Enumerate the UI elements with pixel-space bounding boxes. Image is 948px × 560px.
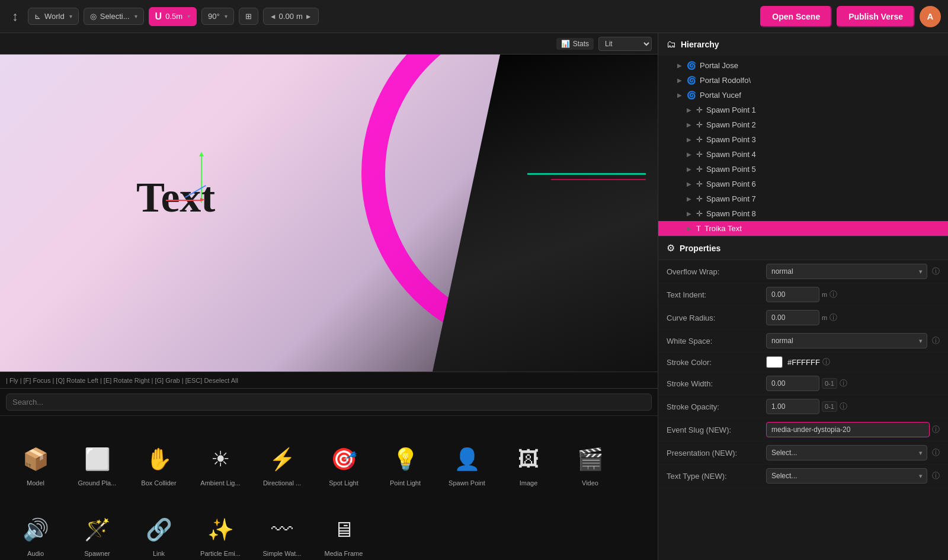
item-label: Portal Yucef xyxy=(700,91,741,100)
prop-select-9[interactable]: Select... xyxy=(766,468,927,484)
expand-arrow[interactable]: ▶ xyxy=(687,107,691,113)
hierarchy-item-6[interactable]: ▶ ✛ Spawn Point 4 xyxy=(658,147,948,162)
expand-arrow[interactable]: ▶ xyxy=(687,121,691,128)
item-type-icon: 🌀 xyxy=(687,61,696,70)
prop-select-wrap: Select... xyxy=(766,468,927,484)
expand-arrow[interactable]: ▶ xyxy=(677,77,682,84)
expand-arrow[interactable]: ▶ xyxy=(687,151,691,158)
properties-title: Properties xyxy=(680,244,720,253)
asset-icon: ✨ xyxy=(204,513,237,546)
asset-item-particle-emi---[interactable]: ✨ Particle Emi... xyxy=(191,492,250,560)
hierarchy-item-0[interactable]: ▶ 🌀 Portal Jose xyxy=(658,58,948,73)
hierarchy-item-8[interactable]: ▶ ✛ Spawn Point 6 xyxy=(658,177,948,191)
search-input[interactable] xyxy=(6,393,652,411)
angle-button[interactable]: 90° ▾ xyxy=(201,8,234,25)
prop-info-icon[interactable]: ⓘ xyxy=(932,335,940,346)
asset-item-simple-wat---[interactable]: 〰 Simple Wat... xyxy=(252,492,312,560)
prop-number-input-5[interactable] xyxy=(766,376,819,391)
prop-row-0: Overflow Wrap: normalbreak-wordanywhere … xyxy=(658,260,948,283)
text-element[interactable]: Text xyxy=(136,173,215,222)
prop-color-swatch[interactable] xyxy=(766,356,783,368)
lit-select[interactable]: Lit Unlit Wireframe xyxy=(598,37,652,51)
prop-number-input-2[interactable] xyxy=(766,310,819,325)
asset-item-model[interactable]: 📦 Model xyxy=(6,422,65,490)
prop-row-5: Stroke Width: 0-1 ⓘ xyxy=(658,372,948,395)
asset-icon: 🔊 xyxy=(19,513,52,546)
hierarchy-item-2[interactable]: ▶ 🌀 Portal Yucef xyxy=(658,88,948,103)
hierarchy-item-4[interactable]: ▶ ✛ Spawn Point 2 xyxy=(658,117,948,132)
expand-arrow[interactable]: ▶ xyxy=(687,210,691,217)
asset-icon: 🖼 xyxy=(512,443,545,476)
target-icon: ◎ xyxy=(90,12,97,21)
lit-select-wrap[interactable]: Lit Unlit Wireframe xyxy=(598,37,652,51)
asset-icon: ☀ xyxy=(204,443,237,476)
asset-item-point-light[interactable]: 💡 Point Light xyxy=(376,422,435,490)
asset-icon: 🖥 xyxy=(327,513,360,546)
prop-info-icon[interactable]: ⓘ xyxy=(840,401,847,412)
hierarchy-item-10[interactable]: ▶ ✛ Spawn Point 8 xyxy=(658,206,948,221)
hierarchy-item-9[interactable]: ▶ ✛ Spawn Point 7 xyxy=(658,191,948,206)
asset-item-media-frame[interactable]: 🖥 Media Frame xyxy=(314,492,373,560)
logo-button[interactable]: U 0.5m ▾ xyxy=(149,7,197,26)
selection-mode-button[interactable]: ◎ Selecti... ▾ xyxy=(84,8,144,25)
open-scene-button[interactable]: Open Scene xyxy=(760,6,832,27)
asset-search-bar xyxy=(0,389,658,416)
hierarchy-item-5[interactable]: ▶ ✛ Spawn Point 3 xyxy=(658,132,948,147)
prop-select-0[interactable]: normalbreak-wordanywhere xyxy=(766,264,927,279)
item-label: Troika Text xyxy=(704,224,742,233)
prop-number-input-6[interactable] xyxy=(766,399,819,414)
item-type-icon: ✛ xyxy=(696,150,703,159)
asset-item-spawner[interactable]: 🪄 Spawner xyxy=(68,492,127,560)
transform-mode-button[interactable]: ⊾ World ▾ xyxy=(28,8,79,25)
asset-icon: 🪄 xyxy=(81,513,114,546)
prop-number-input-1[interactable] xyxy=(766,287,819,302)
asset-item-ambient-lig---[interactable]: ☀ Ambient Lig... xyxy=(191,422,250,490)
expand-arrow[interactable]: ▶ xyxy=(677,92,682,98)
expand-arrow[interactable]: ▶ xyxy=(687,181,691,187)
asset-item-link[interactable]: 🔗 Link xyxy=(129,492,188,560)
asset-label: Image xyxy=(502,479,555,487)
asset-item-directional----[interactable]: ⚡ Directional ... xyxy=(252,422,312,490)
prop-row-4: Stroke Color: #FFFFFF ⓘ xyxy=(658,353,948,372)
asset-icon: 🔗 xyxy=(142,513,175,546)
asset-item-spawn-point[interactable]: 👤 Spawn Point xyxy=(437,422,497,490)
prop-info-icon[interactable]: ⓘ xyxy=(822,357,830,367)
publish-verse-button[interactable]: Publish Verse xyxy=(837,6,915,27)
hierarchy-item-1[interactable]: ▶ 🌀 Portal Rodolfo\ xyxy=(658,73,948,88)
asset-label: Link xyxy=(132,550,185,557)
coord-left-arrow[interactable]: ◄ xyxy=(270,12,277,21)
viewport[interactable]: Text xyxy=(0,55,658,372)
expand-arrow[interactable]: ▶ xyxy=(687,196,691,202)
prop-info-icon[interactable]: ⓘ xyxy=(932,471,940,481)
prop-info-icon[interactable]: ⓘ xyxy=(932,424,940,435)
expand-arrow[interactable]: ▶ xyxy=(677,62,682,69)
grid-button[interactable]: ⊞ xyxy=(239,8,258,25)
prop-select-8[interactable]: Select... xyxy=(766,445,927,460)
asset-item-image[interactable]: 🖼 Image xyxy=(499,422,558,490)
stats-button[interactable]: 📊 Stats xyxy=(556,38,594,50)
hierarchy-item-11[interactable]: ▶ T Troika Text xyxy=(658,221,948,236)
expand-arrow[interactable]: ▶ xyxy=(687,136,691,143)
expand-arrow[interactable]: ▶ xyxy=(687,166,691,172)
properties-icon: ⚙ xyxy=(667,242,675,254)
asset-item-box-collider[interactable]: ✋ Box Collider xyxy=(129,422,188,490)
coord-value: 0.00 xyxy=(279,12,294,21)
avatar[interactable]: A xyxy=(920,6,941,27)
prop-select-3[interactable]: normalnowrappre xyxy=(766,333,927,348)
prop-info-icon[interactable]: ⓘ xyxy=(830,289,837,300)
selection-caret-icon: ▾ xyxy=(134,13,137,20)
asset-item-ground-pla---[interactable]: ⬜ Ground Pla... xyxy=(68,422,127,490)
coord-right-arrow[interactable]: ► xyxy=(305,12,312,21)
selection-label: Selecti... xyxy=(100,12,130,21)
prop-info-icon[interactable]: ⓘ xyxy=(840,378,847,389)
prop-info-icon[interactable]: ⓘ xyxy=(830,312,837,323)
prop-info-icon[interactable]: ⓘ xyxy=(932,447,940,458)
hierarchy-item-7[interactable]: ▶ ✛ Spawn Point 5 xyxy=(658,162,948,177)
expand-arrow[interactable]: ▶ xyxy=(687,225,691,232)
asset-item-video[interactable]: 🎬 Video xyxy=(561,422,620,490)
hierarchy-item-3[interactable]: ▶ ✛ Spawn Point 1 xyxy=(658,103,948,117)
prop-info-icon[interactable]: ⓘ xyxy=(932,266,940,277)
asset-item-spot-light[interactable]: 🎯 Spot Light xyxy=(314,422,373,490)
prop-text-input-7[interactable] xyxy=(766,422,930,437)
asset-item-audio[interactable]: 🔊 Audio xyxy=(6,492,65,560)
